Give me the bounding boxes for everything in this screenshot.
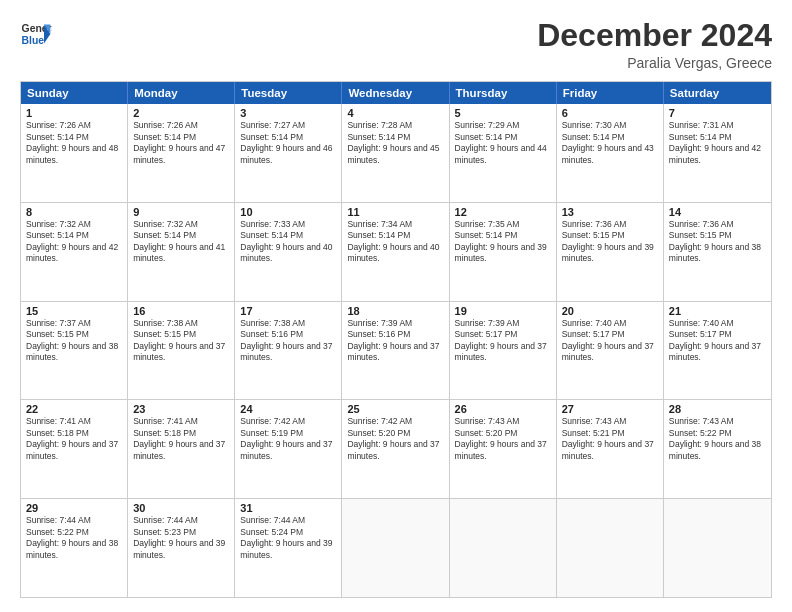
header: General Blue December 2024 Paralia Verga… (20, 18, 772, 71)
header-tuesday: Tuesday (235, 82, 342, 104)
cell-info: Sunset: 5:14 PM (133, 132, 229, 143)
cell-info: Daylight: 9 hours and 37 minutes. (133, 439, 229, 462)
day-number: 26 (455, 403, 551, 415)
cell-info: Sunrise: 7:43 AM (669, 416, 766, 427)
svg-text:Blue: Blue (22, 35, 45, 46)
day-number: 16 (133, 305, 229, 317)
cell-info: Sunset: 5:20 PM (455, 428, 551, 439)
day-number: 4 (347, 107, 443, 119)
cell-info: Sunset: 5:14 PM (347, 230, 443, 241)
header-wednesday: Wednesday (342, 82, 449, 104)
cal-cell-27: 27Sunrise: 7:43 AMSunset: 5:21 PMDayligh… (557, 400, 664, 498)
cal-cell-34 (557, 499, 664, 597)
cal-cell-2: 2Sunrise: 7:26 AMSunset: 5:14 PMDaylight… (128, 104, 235, 202)
cell-info: Sunset: 5:17 PM (562, 329, 658, 340)
cell-info: Sunrise: 7:35 AM (455, 219, 551, 230)
cell-info: Sunset: 5:14 PM (455, 132, 551, 143)
cell-info: Sunrise: 7:38 AM (240, 318, 336, 329)
cell-info: Daylight: 9 hours and 48 minutes. (26, 143, 122, 166)
cal-cell-24: 24Sunrise: 7:42 AMSunset: 5:19 PMDayligh… (235, 400, 342, 498)
cal-cell-33 (450, 499, 557, 597)
cell-info: Daylight: 9 hours and 39 minutes. (455, 242, 551, 265)
header-monday: Monday (128, 82, 235, 104)
day-number: 3 (240, 107, 336, 119)
day-number: 10 (240, 206, 336, 218)
cell-info: Sunrise: 7:27 AM (240, 120, 336, 131)
cell-info: Daylight: 9 hours and 40 minutes. (347, 242, 443, 265)
day-number: 5 (455, 107, 551, 119)
day-number: 6 (562, 107, 658, 119)
cal-cell-16: 16Sunrise: 7:38 AMSunset: 5:15 PMDayligh… (128, 302, 235, 400)
day-number: 17 (240, 305, 336, 317)
week-row-3: 15Sunrise: 7:37 AMSunset: 5:15 PMDayligh… (21, 302, 771, 401)
cal-cell-1: 1Sunrise: 7:26 AMSunset: 5:14 PMDaylight… (21, 104, 128, 202)
cell-info: Sunset: 5:15 PM (562, 230, 658, 241)
day-number: 25 (347, 403, 443, 415)
cell-info: Daylight: 9 hours and 46 minutes. (240, 143, 336, 166)
cell-info: Daylight: 9 hours and 42 minutes. (669, 143, 766, 166)
header-friday: Friday (557, 82, 664, 104)
cal-cell-20: 20Sunrise: 7:40 AMSunset: 5:17 PMDayligh… (557, 302, 664, 400)
cell-info: Sunset: 5:14 PM (26, 230, 122, 241)
cal-cell-4: 4Sunrise: 7:28 AMSunset: 5:14 PMDaylight… (342, 104, 449, 202)
cal-cell-19: 19Sunrise: 7:39 AMSunset: 5:17 PMDayligh… (450, 302, 557, 400)
day-number: 22 (26, 403, 122, 415)
cell-info: Sunset: 5:15 PM (133, 329, 229, 340)
cal-cell-6: 6Sunrise: 7:30 AMSunset: 5:14 PMDaylight… (557, 104, 664, 202)
cal-cell-35 (664, 499, 771, 597)
cell-info: Sunrise: 7:26 AM (26, 120, 122, 131)
cell-info: Daylight: 9 hours and 39 minutes. (562, 242, 658, 265)
header-sunday: Sunday (21, 82, 128, 104)
cell-info: Sunset: 5:22 PM (669, 428, 766, 439)
cell-info: Sunset: 5:21 PM (562, 428, 658, 439)
cell-info: Sunset: 5:23 PM (133, 527, 229, 538)
cell-info: Sunrise: 7:43 AM (455, 416, 551, 427)
day-number: 19 (455, 305, 551, 317)
day-number: 24 (240, 403, 336, 415)
logo-icon: General Blue (20, 18, 52, 50)
cell-info: Sunset: 5:18 PM (133, 428, 229, 439)
cell-info: Sunrise: 7:39 AM (347, 318, 443, 329)
cal-cell-30: 30Sunrise: 7:44 AMSunset: 5:23 PMDayligh… (128, 499, 235, 597)
cal-cell-25: 25Sunrise: 7:42 AMSunset: 5:20 PMDayligh… (342, 400, 449, 498)
cell-info: Sunrise: 7:26 AM (133, 120, 229, 131)
title-block: December 2024 Paralia Vergas, Greece (537, 18, 772, 71)
cell-info: Sunrise: 7:38 AM (133, 318, 229, 329)
day-number: 27 (562, 403, 658, 415)
cell-info: Sunset: 5:14 PM (240, 132, 336, 143)
cal-cell-32 (342, 499, 449, 597)
cell-info: Daylight: 9 hours and 38 minutes. (26, 538, 122, 561)
cell-info: Sunrise: 7:44 AM (133, 515, 229, 526)
cell-info: Daylight: 9 hours and 37 minutes. (26, 439, 122, 462)
cal-cell-31: 31Sunrise: 7:44 AMSunset: 5:24 PMDayligh… (235, 499, 342, 597)
cell-info: Sunrise: 7:41 AM (133, 416, 229, 427)
cell-info: Sunrise: 7:44 AM (26, 515, 122, 526)
cell-info: Sunrise: 7:32 AM (133, 219, 229, 230)
cell-info: Sunrise: 7:44 AM (240, 515, 336, 526)
cell-info: Daylight: 9 hours and 39 minutes. (133, 538, 229, 561)
cell-info: Sunrise: 7:41 AM (26, 416, 122, 427)
cell-info: Sunset: 5:24 PM (240, 527, 336, 538)
day-number: 31 (240, 502, 336, 514)
cell-info: Sunrise: 7:42 AM (347, 416, 443, 427)
cell-info: Daylight: 9 hours and 38 minutes. (669, 242, 766, 265)
day-number: 2 (133, 107, 229, 119)
cal-cell-3: 3Sunrise: 7:27 AMSunset: 5:14 PMDaylight… (235, 104, 342, 202)
cell-info: Sunrise: 7:29 AM (455, 120, 551, 131)
cell-info: Daylight: 9 hours and 37 minutes. (455, 439, 551, 462)
cell-info: Sunrise: 7:33 AM (240, 219, 336, 230)
cell-info: Sunset: 5:19 PM (240, 428, 336, 439)
cell-info: Daylight: 9 hours and 37 minutes. (347, 341, 443, 364)
week-row-4: 22Sunrise: 7:41 AMSunset: 5:18 PMDayligh… (21, 400, 771, 499)
day-number: 7 (669, 107, 766, 119)
day-number: 13 (562, 206, 658, 218)
day-number: 1 (26, 107, 122, 119)
cell-info: Daylight: 9 hours and 47 minutes. (133, 143, 229, 166)
cell-info: Sunset: 5:14 PM (669, 132, 766, 143)
cell-info: Daylight: 9 hours and 42 minutes. (26, 242, 122, 265)
cell-info: Sunrise: 7:40 AM (669, 318, 766, 329)
cell-info: Sunrise: 7:28 AM (347, 120, 443, 131)
cell-info: Daylight: 9 hours and 39 minutes. (240, 538, 336, 561)
cell-info: Daylight: 9 hours and 37 minutes. (347, 439, 443, 462)
cell-info: Daylight: 9 hours and 37 minutes. (133, 341, 229, 364)
